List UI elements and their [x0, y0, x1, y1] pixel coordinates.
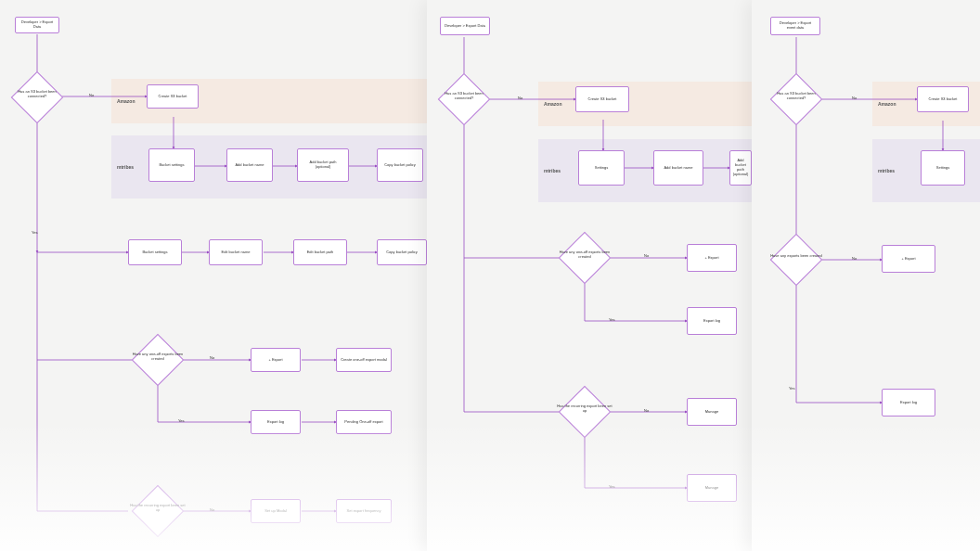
export-log: Export log [251, 410, 301, 434]
copy-bucket-policy: Copy bucket policy [377, 148, 423, 182]
decision-s3-bucket-label: Has an S3 bucket been connected? [436, 92, 492, 100]
decision-oneoff-label: Have any one-off exports been created [557, 250, 612, 259]
decision-recurring-label: Has the recurring export been set up [130, 504, 186, 512]
edit-bucket-path: Edit bucket path [293, 239, 347, 265]
edge-no: No [210, 355, 214, 360]
add-bucket-path: Add bucket path (optional) [297, 148, 349, 182]
bucket-settings-2: Bucket settings [128, 239, 182, 265]
start-node: Developer > Export Data [15, 17, 59, 33]
export-log: Export log [687, 307, 737, 335]
edge-no: No [89, 93, 94, 97]
add-bucket-path: Add bucket path (optional) [729, 150, 752, 186]
decision-recurring-label: Has the recurring export been set up [557, 404, 612, 413]
settings: Settings [578, 150, 625, 186]
edge-yes: Yes [789, 386, 795, 391]
edit-bucket-name: Edit bucket name [209, 239, 263, 265]
decision-exports-label: Have any exports been created [768, 254, 824, 259]
edge-no: No [210, 507, 214, 512]
plus-export: + Export [687, 244, 737, 272]
edge-no: No [852, 256, 857, 261]
create-oneoff-modal: Create one-off export modal [336, 348, 392, 372]
decision-oneoff-label: Have any one-off exports been created [130, 352, 186, 361]
manage-2: Manage [687, 474, 737, 502]
flowchart-panel-3: Amazon mtribes Developer > Export event … [752, 0, 980, 551]
decision-s3-bucket-label: Has an S3 bucket been connected? [768, 92, 824, 100]
edge-no: No [644, 408, 649, 413]
edge-yes: Yes [609, 317, 615, 322]
create-s3-bucket: Create S3 bucket [575, 86, 629, 112]
flowchart-panel-1: Amazon mtribes Developer > Export Data H… [0, 0, 427, 551]
edge-no: No [852, 96, 857, 100]
edge-yes: Yes [32, 230, 38, 235]
add-bucket-name: Add bucket name [226, 148, 273, 182]
edge-no: No [644, 253, 649, 258]
settings: Settings [921, 150, 965, 186]
plus-export: + Export [882, 245, 935, 273]
start-node: Developer > Export event data [770, 17, 820, 35]
start-node: Developer > Export Data [440, 17, 490, 35]
copy-bucket-policy-2: Copy bucket policy [377, 239, 427, 265]
edge-yes: Yes [178, 418, 185, 423]
bucket-settings: Bucket settings [148, 148, 195, 182]
flowchart-panel-2: Amazon mtribes Developer > Export Data H… [427, 0, 752, 551]
add-bucket-name: Add bucket name [653, 150, 703, 186]
edge-yes: Yes [609, 484, 615, 489]
create-s3-bucket: Create S3 bucket [147, 84, 199, 109]
manage-1: Manage [687, 398, 737, 426]
setup-modal: Set up Modal [251, 499, 301, 523]
connectors-p1 [0, 0, 427, 551]
create-s3-bucket: Create S3 bucket [917, 86, 969, 112]
edge-no: No [518, 96, 522, 100]
export-log: Export log [882, 389, 935, 416]
decision-s3-bucket-label: Has an S3 bucket been connected? [9, 90, 65, 98]
plus-export: + Export [251, 348, 301, 372]
set-export-frequency: Set export frequency [336, 499, 392, 523]
pending-oneoff: Pending One-off export [336, 410, 392, 434]
